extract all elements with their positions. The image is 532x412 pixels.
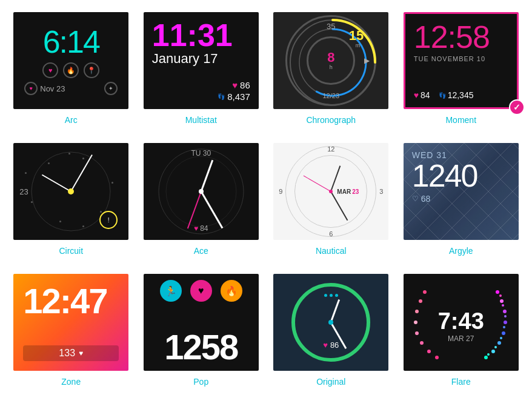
original-dot-3 [335, 294, 338, 297]
original-dot-2 [330, 294, 333, 297]
watch-item-original[interactable]: ♥ 86 Original [272, 274, 390, 387]
pop-icons-row: 🏃 ♥ 🔥 [160, 280, 242, 302]
pop-label: Pop [193, 377, 208, 387]
original-heart-val: 86 [330, 341, 339, 350]
svg-point-25 [414, 321, 417, 324]
moment-steps-val: 12,345 [448, 90, 474, 100]
watch-face-wrapper-moment: 12:58 TUE NOVEMBER 10 ♥ 84 👣 12,345 ✓ [404, 12, 519, 109]
moment-date-month: NOVEMBER 10 [431, 55, 485, 62]
chrono-15: 15 [349, 28, 364, 44]
zone-label: Zone [61, 377, 81, 387]
arc-icons: ♥ 🔥 📍 [42, 62, 99, 78]
watch-face-wrapper-arc: 6:14 ♥ 🔥 📍 ♥ Nov 23 ✦ [13, 12, 128, 109]
watch-item-argyle[interactable]: WED 31 1240 ♡ 68 Argyle [402, 143, 520, 256]
original-hour-hand [330, 299, 340, 323]
svg-point-7 [496, 290, 499, 294]
watch-face-wrapper-ace: TU 30 ♥ 84 [144, 143, 259, 240]
selected-checkmark: ✓ [509, 99, 525, 115]
watch-face-original: ♥ 86 [273, 274, 388, 371]
svg-point-20 [494, 346, 497, 348]
original-heart-icon: ♥ [323, 341, 328, 350]
original-ring: ♥ 86 [291, 283, 370, 362]
watch-face-wrapper-zone: 12:47 133 ♥ [13, 274, 128, 371]
watch-item-ace[interactable]: TU 30 ♥ 84 Ace [142, 143, 261, 256]
moment-date: TUE NOVEMBER 10 [414, 55, 508, 62]
multistat-heart-val: 86 [240, 80, 250, 90]
arc-location-icon: 📍 [84, 62, 99, 78]
watch-face-argyle: WED 31 1240 ♡ 68 [404, 143, 519, 240]
watch-item-multistat[interactable]: 11:31 January 17 ♥ 86 👣 8,437 Multistat [142, 12, 261, 125]
arc-date-icon: ♥ [24, 82, 38, 95]
flare-label: Flare [451, 377, 471, 387]
moment-time: 12:58 [414, 21, 508, 53]
svg-point-26 [415, 331, 419, 335]
watch-face-moment: 12:58 TUE NOVEMBER 10 ♥ 84 👣 12,345 [404, 12, 519, 109]
nautical-date-num: 23 [352, 188, 359, 195]
nautical-center-dot [329, 190, 333, 193]
watch-face-wrapper-chronograph: 35 15 m 8 h 12/23 ▶ [273, 12, 388, 109]
chrono-35: 35 [327, 22, 335, 31]
svg-point-16 [502, 304, 504, 307]
watch-item-flare[interactable]: 7:43 MAR 27 Flare [402, 274, 520, 387]
ace-heart-val: 84 [200, 224, 208, 233]
watch-face-wrapper-circuit: 23 ! [13, 143, 128, 240]
svg-point-14 [484, 356, 488, 359]
svg-point-24 [415, 310, 419, 313]
arc-date-left: ♥ Nov 23 [24, 82, 65, 95]
chrono-outer-ring: 35 15 m 8 h 12/23 ▶ [285, 15, 376, 106]
flare-date: MAR 27 [448, 334, 474, 343]
watch-item-pop[interactable]: 🏃 ♥ 🔥 1258 Pop [142, 274, 261, 387]
svg-point-17 [504, 315, 507, 317]
ace-center-dot [199, 189, 204, 194]
arc-time: 6:14 [43, 26, 99, 58]
watch-item-zone[interactable]: 12:47 133 ♥ Zone [12, 274, 130, 387]
flare-time: 7:43 [438, 308, 484, 334]
nautical-date: MAR 23 [337, 188, 359, 195]
nautical-outer-ring: 12 3 6 9 MAR 23 [285, 146, 376, 237]
watch-face-chronograph: 35 15 m 8 h 12/23 ▶ [273, 12, 388, 109]
arc-flame-icon: 🔥 [63, 62, 79, 78]
multistat-heart-icon: ♥ [232, 80, 238, 90]
watch-face-flare: 7:43 MAR 27 [404, 274, 519, 371]
svg-point-13 [491, 350, 495, 353]
watch-face-multistat: 11:31 January 17 ♥ 86 👣 8,437 [144, 12, 259, 109]
watch-item-nautical[interactable]: 12 3 6 9 MAR 23 Nautical [272, 143, 390, 256]
nautical-12: 12 [327, 145, 334, 153]
moment-steps-icon: 👣 [439, 92, 446, 99]
watch-item-moment[interactable]: 12:58 TUE NOVEMBER 10 ♥ 84 👣 12,345 ✓ [402, 12, 520, 125]
original-top-dots [324, 294, 338, 297]
svg-point-18 [503, 326, 505, 328]
circuit-number: 23 [19, 187, 28, 196]
arc-label: Arc [65, 115, 78, 125]
watch-face-zone: 12:47 133 ♥ [13, 274, 128, 371]
watch-item-arc[interactable]: 6:14 ♥ 🔥 📍 ♥ Nov 23 ✦ Arc [12, 12, 130, 125]
watch-face-arc: 6:14 ♥ 🔥 📍 ♥ Nov 23 ✦ [13, 12, 128, 109]
chrono-inner-ring: 8 h [307, 36, 355, 85]
pop-teal-icon: 🏃 [160, 280, 182, 302]
arc-heart-icon: ♥ [42, 62, 58, 78]
watch-item-chronograph[interactable]: 35 15 m 8 h 12/23 ▶ Chronograph [272, 12, 390, 125]
arc-right-icon: ✦ [104, 82, 118, 95]
watch-face-wrapper-pop: 🏃 ♥ 🔥 1258 [144, 274, 259, 371]
moment-steps-stat: 👣 12,345 [439, 90, 474, 100]
zone-time: 12:47 [23, 284, 107, 319]
watch-face-wrapper-flare: 7:43 MAR 27 [404, 274, 519, 371]
svg-point-8 [500, 299, 504, 303]
multistat-top: 11:31 January 17 [152, 19, 250, 67]
watch-item-circuit[interactable]: 23 ! Circuit [12, 143, 130, 256]
moment-heart-stat: ♥ 84 [414, 90, 430, 100]
nautical-6: 6 [329, 230, 333, 238]
svg-point-22 [423, 290, 427, 294]
argyle-pattern [404, 143, 519, 240]
moment-heart-icon: ♥ [414, 90, 419, 100]
multistat-label: Multistat [185, 115, 217, 125]
multistat-time: 11:31 [152, 19, 250, 51]
svg-point-12 [497, 341, 501, 345]
argyle-label: Argyle [449, 246, 473, 256]
moment-stats: ♥ 84 👣 12,345 [414, 90, 508, 100]
moment-heart-val: 84 [421, 90, 430, 100]
multistat-heart-line: ♥ 86 [232, 80, 250, 90]
original-center-dot [328, 320, 333, 325]
zone-heart-val: 133 [59, 348, 75, 359]
multistat-steps-val: 8,437 [227, 91, 250, 102]
